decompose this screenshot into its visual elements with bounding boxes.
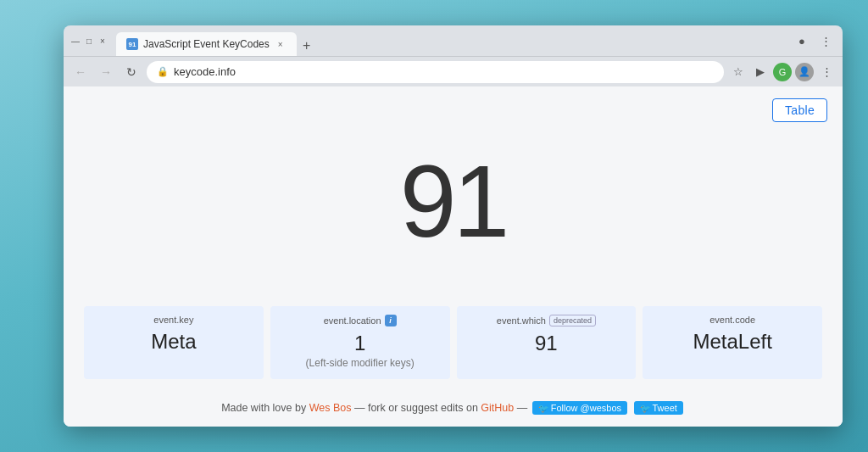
tab-close-button[interactable]: × (275, 38, 287, 50)
close-button[interactable]: × (97, 36, 108, 46)
url-text: keycode.info (174, 65, 714, 78)
page-footer: Made with love by Wes Bos — fork or sugg… (64, 393, 843, 427)
event-which-value: 91 (469, 332, 625, 355)
avatar-icon[interactable]: 👤 (795, 63, 814, 81)
lock-icon: 🔒 (157, 66, 169, 77)
new-tab-button[interactable]: + (297, 36, 317, 56)
github-link[interactable]: GitHub (481, 402, 514, 414)
cast-icon[interactable]: ▶ (751, 63, 770, 81)
profile-circle-icon[interactable]: G (773, 63, 792, 81)
table-button[interactable]: Table (772, 98, 827, 122)
event-location-panel: event.location i 1 (Left-side modifier k… (270, 306, 450, 379)
table-button-container: Table (772, 98, 827, 122)
maximize-button[interactable]: □ (84, 36, 94, 46)
event-which-panel: event.which deprecated 91 (457, 306, 637, 379)
bookmark-icon[interactable]: ☆ (729, 63, 748, 81)
chrome-actions: ● ⋮ (792, 31, 836, 51)
tweet-button[interactable]: 🐦 Tweet (634, 401, 683, 415)
address-bar-actions: ☆ ▶ G 👤 ⋮ (729, 63, 836, 81)
event-location-label: event.location i (282, 315, 438, 326)
event-code-value: MetaLeft (654, 330, 810, 354)
back-button[interactable]: ← (70, 62, 91, 82)
chrome-menu-icon[interactable]: ⋮ (817, 63, 836, 81)
browser-window: — □ × 91 JavaScript Event KeyCodes × + ●… (64, 25, 843, 427)
keycode-number: 91 (400, 150, 506, 252)
event-which-label: event.which deprecated (469, 315, 625, 326)
key-info-row: event.key Meta event.location i 1 (Left-… (81, 306, 826, 379)
tab-favicon: 91 (126, 38, 138, 50)
profile-icon[interactable]: ● (792, 31, 812, 51)
event-code-panel: event.code MetaLeft (643, 306, 822, 379)
menu-icon[interactable]: ⋮ (815, 31, 836, 51)
event-code-label: event.code (654, 315, 810, 325)
event-key-panel: event.key Meta (84, 306, 264, 379)
address-bar: ← → ↻ 🔒 keycode.info ☆ ▶ G 👤 ⋮ (64, 56, 843, 86)
footer-text-prefix: Made with love by (221, 402, 309, 414)
info-icon: i (385, 315, 397, 326)
active-tab[interactable]: 91 JavaScript Event KeyCodes × (116, 32, 297, 56)
twitter-icon-follow: 🐦 (538, 404, 548, 413)
keycode-display: 91 (64, 86, 843, 306)
forward-button[interactable]: → (96, 62, 116, 82)
twitter-icon-tweet: 🐦 (640, 404, 650, 413)
event-location-value: 1 (282, 332, 438, 355)
event-location-sub: (Left-side modifier keys) (282, 357, 438, 369)
url-bar[interactable]: 🔒 keycode.info (147, 61, 724, 83)
reload-button[interactable]: ↻ (121, 62, 142, 82)
tab-bar: — □ × 91 JavaScript Event KeyCodes × + ●… (64, 25, 843, 56)
tab-title: JavaScript Event KeyCodes (143, 38, 270, 50)
window-controls: — □ × (70, 36, 108, 46)
footer-text-mid: — fork or suggest edits on (354, 402, 481, 414)
event-key-label: event.key (96, 315, 252, 325)
minimize-button[interactable]: — (70, 36, 81, 46)
follow-button[interactable]: 🐦 Follow @wesbos (532, 401, 627, 415)
event-key-value: Meta (96, 330, 252, 354)
page-content: Table 91 event.key Meta event.location i… (64, 86, 843, 427)
tab-list: 91 JavaScript Event KeyCodes × + (116, 25, 787, 56)
footer-text-dash: — (517, 402, 531, 414)
wes-bos-link[interactable]: Wes Bos (309, 402, 352, 414)
deprecated-badge: deprecated (549, 315, 596, 326)
